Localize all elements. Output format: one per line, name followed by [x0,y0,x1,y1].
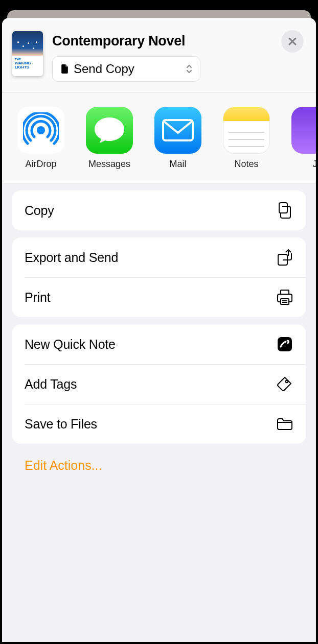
action-group: Export and Send Print [12,237,306,317]
copy-icon [276,202,293,219]
action-copy[interactable]: Copy [12,190,306,230]
action-export-send[interactable]: Export and Send [12,237,306,277]
picker-label: Send Copy [74,62,192,76]
share-target-messages[interactable]: Messages [86,107,133,170]
close-icon [288,37,297,46]
actions-list: Copy Export and Send Print New Quick Not… [2,183,316,487]
svg-rect-4 [281,290,289,294]
svg-point-7 [286,380,288,383]
share-target-airdrop[interactable]: AirDrop [17,107,64,170]
export-send-icon [276,249,293,266]
quicknote-icon [276,336,293,353]
svg-point-0 [37,126,45,134]
document-icon [61,64,69,74]
journal-icon [291,107,316,154]
share-targets-row[interactable]: AirDrop Messages Mail Notes J [2,92,316,183]
action-add-tags[interactable]: Add Tags [12,364,306,404]
sheet-header: THE WAKING LIGHTS Contemporary Novel Sen… [2,18,316,92]
folder-icon [276,415,293,433]
svg-rect-6 [278,337,292,351]
share-target-journal[interactable]: J [291,107,316,170]
share-sheet: THE WAKING LIGHTS Contemporary Novel Sen… [2,18,316,642]
print-icon [276,289,293,306]
action-new-quick-note[interactable]: New Quick Note [12,324,306,364]
edit-actions-button[interactable]: Edit Actions... [12,451,306,480]
share-target-mail[interactable]: Mail [154,107,201,170]
send-mode-picker[interactable]: Send Copy [52,56,200,82]
document-title: Contemporary Novel [52,33,306,49]
action-group: Copy [12,190,306,230]
svg-rect-2 [279,203,287,213]
share-target-notes[interactable]: Notes [223,107,270,170]
action-save-to-files[interactable]: Save to Files [12,404,306,444]
messages-icon [86,107,133,154]
notes-icon [223,107,270,154]
document-thumbnail[interactable]: THE WAKING LIGHTS [12,31,43,76]
action-print[interactable]: Print [12,277,306,317]
tag-icon [276,375,293,393]
chevron-up-down-icon [186,63,193,75]
close-button[interactable] [281,30,304,53]
svg-rect-5 [281,299,289,304]
action-group: New Quick Note Add Tags Save to Files [12,324,306,444]
mail-icon [154,107,201,154]
airdrop-icon [17,107,64,154]
